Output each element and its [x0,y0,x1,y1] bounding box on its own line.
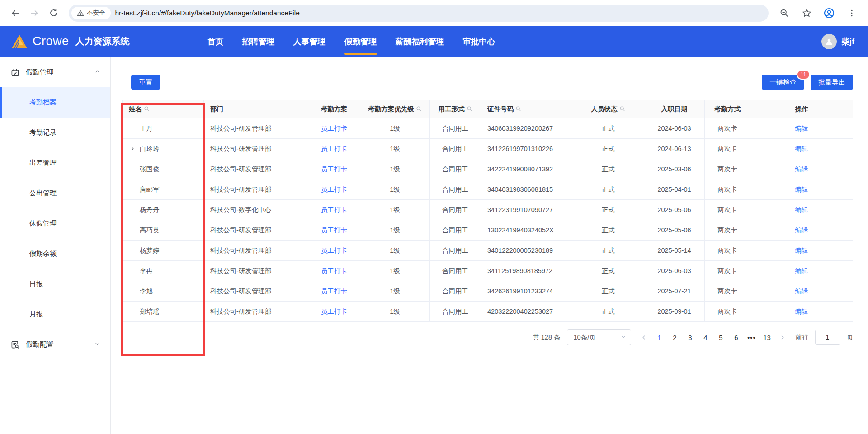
id-number-cell: 420322200402253027 [481,302,572,322]
main-nav: 首页 招聘管理 人事管理 假勤管理 薪酬福利管理 审批中心 [207,27,496,56]
attendance-plan-link[interactable]: 员工打卡 [321,288,347,295]
attendance-plan-link[interactable]: 员工打卡 [321,226,347,234]
table-row: 唐郦军 科技公司-研发管理部 员工打卡 1级 合同用工 340403198306… [123,179,853,200]
document-search-icon [11,340,19,349]
batch-export-button[interactable]: 批量导出 [811,75,853,90]
attendance-plan-link[interactable]: 员工打卡 [321,267,347,274]
employee-name: 杨丹丹 [140,206,160,213]
method-cell: 两次卡 [705,118,750,139]
sidebar-item-leave[interactable]: 休假管理 [0,208,110,239]
edit-link[interactable]: 编辑 [795,247,808,254]
attendance-plan-link[interactable]: 员工打卡 [321,145,347,152]
goto-page-input[interactable] [815,330,840,345]
more-pages-button[interactable]: ••• [745,330,759,344]
nav-item-recruit[interactable]: 招聘管理 [241,27,276,56]
page-number-6[interactable]: 6 [730,330,743,344]
prev-page-button[interactable] [637,330,651,344]
edit-link[interactable]: 编辑 [795,206,808,213]
user-avatar [821,34,837,49]
search-icon[interactable] [515,106,521,112]
status-cell: 正式 [572,139,644,159]
edit-link[interactable]: 编辑 [795,186,808,193]
col-header-status: 人员状态 [572,100,644,118]
nav-item-hr[interactable]: 人事管理 [292,27,327,56]
edit-link[interactable]: 编辑 [795,226,808,234]
edit-link[interactable]: 编辑 [795,267,808,274]
back-button[interactable] [7,5,24,21]
plan-cell: 员工打卡 [308,302,360,322]
hire-date-cell: 2025-04-01 [644,179,705,200]
sidebar-item-attendance-file[interactable]: 考勤档案 [0,87,110,118]
nav-item-attendance[interactable]: 假勤管理 [344,27,378,56]
sidebar-item-daily-report[interactable]: 日报 [0,269,110,299]
nav-item-home[interactable]: 首页 [207,27,225,56]
employee-name-cell: 张国俊 [123,159,204,179]
status-cell: 正式 [572,179,644,200]
method-cell: 两次卡 [705,200,750,220]
reload-button[interactable] [45,5,61,21]
edit-link[interactable]: 编辑 [795,165,808,173]
sidebar-item-outing[interactable]: 公出管理 [0,178,110,208]
forward-button[interactable] [26,5,42,21]
attendance-plan-link[interactable]: 员工打卡 [321,186,347,193]
page-number-13[interactable]: 13 [760,330,774,344]
attendance-plan-link[interactable]: 员工打卡 [321,247,347,254]
search-icon[interactable] [416,106,422,112]
sidebar-item-monthly-report[interactable]: 月报 [0,299,110,330]
reset-button[interactable]: 重置 [131,75,160,90]
plan-cell: 员工打卡 [308,241,360,261]
page-number-4[interactable]: 4 [699,330,712,344]
department-cell: 科技公司-研发管理部 [204,118,308,139]
priority-cell: 1级 [360,179,430,200]
attendance-plan-link[interactable]: 员工打卡 [321,206,347,213]
search-icon[interactable] [619,106,625,112]
employee-name-cell: 杨梦婷 [123,241,204,261]
expand-arrow-icon[interactable] [130,146,135,151]
id-number-cell: 341226199701310226 [481,139,572,159]
page-number-1[interactable]: 1 [653,330,666,344]
edit-link[interactable]: 编辑 [795,288,808,295]
zoom-button[interactable] [776,5,792,21]
nav-item-payroll[interactable]: 薪酬福利管理 [395,27,445,56]
search-icon[interactable] [467,106,472,112]
page-number-3[interactable]: 3 [684,330,697,344]
browser-profile-button[interactable] [821,5,837,21]
browser-menu-button[interactable] [844,5,860,21]
url-text: hr-test.zjf-it.cn/#/fakeDuty/fakeDutyMan… [115,9,300,17]
next-page-button[interactable] [776,330,789,344]
address-bar[interactable]: 不安全 hr-test.zjf-it.cn/#/fakeDuty/fakeDut… [69,5,769,22]
sidebar-group-attendance[interactable]: 假勤管理 [0,57,110,87]
sidebar-group-label: 假勤管理 [26,68,54,77]
department-cell: 科技公司-数字化中心 [204,200,308,220]
user-menu[interactable]: 柴jf [821,34,854,49]
edit-link[interactable]: 编辑 [795,145,808,152]
id-number-cell: 341223199107090727 [481,200,572,220]
employment-cell: 合同用工 [430,159,481,179]
bookmark-button[interactable] [798,5,815,21]
sidebar-item-business-trip[interactable]: 出差管理 [0,148,110,178]
nav-item-approval[interactable]: 审批中心 [462,27,496,56]
content-area: 重置 一键检查 11 批量导出 姓名 部门 考勤方案 [111,57,868,434]
method-cell: 两次卡 [705,261,750,281]
notification-badge: 11 [797,70,810,80]
actions-cell: 编辑 [750,261,853,281]
attendance-plan-link[interactable]: 员工打卡 [321,165,347,173]
page-unit-label: 页 [847,333,854,342]
sidebar-item-attendance-record[interactable]: 考勤记录 [0,118,110,148]
search-icon[interactable] [144,106,150,112]
active-tab-underline [344,53,377,55]
page-number-2[interactable]: 2 [668,330,682,344]
page-size-select[interactable]: 10条/页 [567,329,631,345]
brand-name: Crowe [33,34,69,48]
plan-cell: 员工打卡 [308,179,360,200]
hire-date-cell: 2024-06-03 [644,118,705,139]
attendance-plan-link[interactable]: 员工打卡 [321,308,347,315]
sidebar-item-leave-balance[interactable]: 假期余额 [0,239,110,269]
edit-link[interactable]: 编辑 [795,125,808,132]
page-number-5[interactable]: 5 [714,330,728,344]
security-chip[interactable]: 不安全 [71,7,111,19]
employee-name: 王丹 [140,125,153,132]
edit-link[interactable]: 编辑 [795,308,808,315]
sidebar-group-config[interactable]: 假勤配置 [0,330,110,359]
attendance-plan-link[interactable]: 员工打卡 [321,125,347,132]
